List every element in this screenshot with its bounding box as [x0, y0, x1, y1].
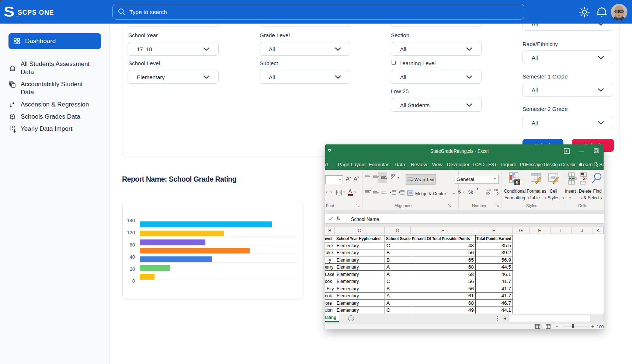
svg-text:S: S	[4, 4, 14, 19]
svg-text:ab: ab	[390, 173, 395, 178]
